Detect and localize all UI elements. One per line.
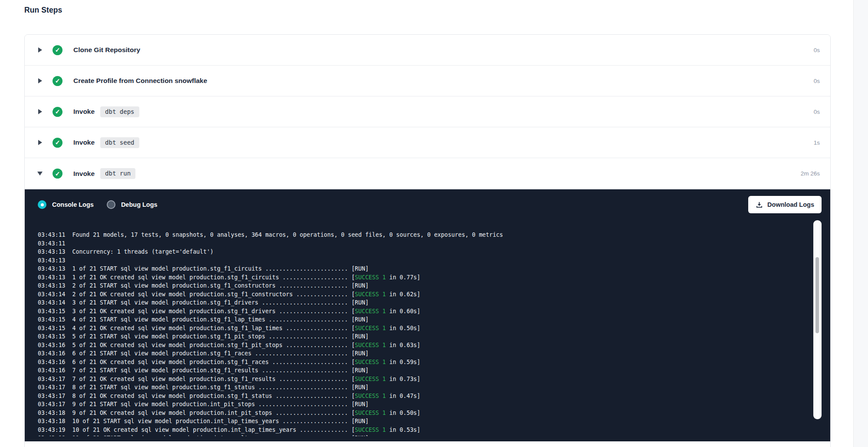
- step-duration: 2m 26s: [801, 170, 820, 177]
- step-command-badge: dbt deps: [100, 106, 139, 117]
- log-message: 2 of 21 OK created sql view model produc…: [72, 291, 348, 298]
- run-steps-card: ✓Clone Git Repository0s✓Create Profile f…: [24, 34, 831, 447]
- step-duration: 0s: [814, 47, 820, 53]
- log-line: 03:43:154 of 21 OK created sql view mode…: [38, 324, 804, 333]
- radio-icon-console-logs[interactable]: [38, 200, 46, 209]
- success-check-icon: ✓: [53, 45, 62, 55]
- log-status-success: SUCCESS 1: [355, 325, 386, 331]
- console-log-view[interactable]: 03:43:11Found 21 models, 17 tests, 0 sna…: [38, 218, 804, 436]
- step-row[interactable]: ✓Invokedbt seed1s: [25, 127, 830, 158]
- log-scrollbar-track[interactable]: [813, 220, 822, 419]
- log-line: 03:43:1910 of 21 OK created sql view mod…: [38, 426, 804, 434]
- step-row[interactable]: ✓Invokedbt run2m 26s: [25, 158, 830, 189]
- log-status-success: SUCCESS 1: [355, 410, 386, 416]
- log-message: 10 of 21 START sql view model production…: [72, 418, 348, 424]
- step-row[interactable]: ✓Invokedbt deps0s: [25, 96, 830, 127]
- log-message: 7 of 21 OK created sql view model produc…: [72, 376, 348, 382]
- log-timestamp: 03:43:16: [38, 342, 66, 348]
- log-message: 6 of 21 OK created sql view model produc…: [72, 359, 348, 365]
- log-timestamp: 03:43:17: [38, 376, 66, 382]
- chevron-right-icon[interactable]: [37, 139, 43, 146]
- step-row[interactable]: ✓Create Profile from Connection snowflak…: [25, 66, 830, 96]
- download-logs-label: Download Logs: [767, 201, 814, 208]
- radio-console-logs[interactable]: Console Logs: [38, 200, 94, 209]
- log-timestamp: 03:43:16: [38, 367, 66, 374]
- log-status-success: SUCCESS 1: [355, 342, 386, 348]
- chevron-right-icon[interactable]: [37, 77, 43, 85]
- log-status-success: SUCCESS 1: [355, 274, 386, 281]
- log-line: 03:43:179 of 21 START sql view model pro…: [38, 400, 804, 409]
- log-status: [SUCCESS 1 in 0.63s]: [348, 342, 421, 348]
- log-line: 03:43:154 of 21 START sql view model pro…: [38, 315, 804, 324]
- log-line: 03:43:131 of 21 OK created sql view mode…: [38, 273, 804, 282]
- steps-list: ✓Clone Git Repository0s✓Create Profile f…: [25, 35, 830, 189]
- log-line: 03:43:178 of 21 OK created sql view mode…: [38, 392, 804, 401]
- log-status: [RUN]: [348, 265, 369, 272]
- log-message: 7 of 21 START sql view model production.…: [72, 367, 348, 374]
- log-message: 4 of 21 START sql view model production.…: [72, 316, 348, 323]
- step-duration: 0s: [814, 109, 820, 115]
- log-line: 03:43:165 of 21 OK created sql view mode…: [38, 341, 804, 350]
- log-message: 6 of 21 START sql view model production.…: [72, 350, 348, 357]
- log-timestamp: 03:43:13: [38, 248, 66, 255]
- download-icon: [756, 201, 763, 209]
- page-right-gutter: [853, 0, 868, 447]
- log-message: 9 of 21 START sql view model production.…: [72, 401, 348, 407]
- log-timestamp: 03:43:17: [38, 401, 66, 407]
- log-message: 9 of 21 OK created sql view model produc…: [72, 410, 348, 416]
- console-panel: Console LogsDebug Logs Download Logs 03:…: [25, 189, 830, 441]
- log-timestamp: 03:43:14: [38, 299, 66, 306]
- log-status: [RUN]: [348, 316, 369, 323]
- log-status: [SUCCESS 1 in 0.50s]: [348, 410, 421, 416]
- log-status: [SUCCESS 1 in 0.50s]: [348, 325, 421, 331]
- log-message: 3 of 21 OK created sql view model produc…: [72, 308, 348, 315]
- chevron-right-icon[interactable]: [37, 108, 43, 116]
- log-status: [SUCCESS 1 in 0.62s]: [348, 291, 421, 298]
- log-timestamp: 03:43:14: [38, 291, 66, 298]
- log-scrollbar-thumb[interactable]: [815, 257, 819, 333]
- log-timestamp: 03:43:19: [38, 427, 66, 433]
- step-title: Clone Git Repository: [73, 46, 140, 54]
- log-message: 1 of 21 OK created sql view model produc…: [72, 274, 348, 281]
- log-status-success: SUCCESS 1: [355, 427, 386, 433]
- success-check-icon: ✓: [53, 107, 62, 117]
- radio-debug-logs[interactable]: Debug Logs: [107, 200, 158, 209]
- log-status: [RUN]: [348, 299, 369, 306]
- download-logs-button[interactable]: Download Logs: [748, 196, 822, 213]
- log-timestamp: 03:43:17: [38, 393, 66, 399]
- log-status: [SUCCESS 1 in 0.73s]: [348, 376, 421, 382]
- radio-icon-debug-logs[interactable]: [107, 200, 115, 209]
- log-timestamp: 03:43:17: [38, 384, 66, 391]
- log-message: 10 of 21 OK created sql view model produ…: [72, 427, 348, 433]
- log-timestamp: 03:43:11: [38, 232, 66, 238]
- log-line: 03:43:1911 of 21 START sql view model pr…: [38, 434, 804, 436]
- log-timestamp: 03:43:15: [38, 333, 66, 340]
- log-timestamp: 03:43:15: [38, 308, 66, 315]
- log-timestamp: 03:43:13: [38, 265, 66, 272]
- log-timestamp: 03:43:18: [38, 410, 66, 416]
- log-message: 8 of 21 START sql view model production.…: [72, 384, 348, 391]
- step-duration: 0s: [814, 78, 820, 84]
- step-row[interactable]: ✓Clone Git Repository0s: [25, 35, 830, 66]
- log-line: 03:43:153 of 21 OK created sql view mode…: [38, 307, 804, 316]
- log-timestamp: 03:43:13: [38, 282, 66, 289]
- radio-label-debug-logs: Debug Logs: [121, 201, 158, 208]
- chevron-right-icon[interactable]: [37, 46, 43, 54]
- log-status: [SUCCESS 1 in 0.59s]: [348, 359, 421, 365]
- log-status: [SUCCESS 1 in 0.60s]: [348, 308, 421, 315]
- step-title: Create Profile from Connection snowflake: [73, 77, 207, 85]
- log-line: 03:43:155 of 21 START sql view model pro…: [38, 332, 804, 341]
- log-status: [RUN]: [348, 333, 369, 340]
- log-timestamp: 03:43:15: [38, 325, 66, 331]
- log-timestamp: 03:43:16: [38, 359, 66, 365]
- step-title: Invoke: [73, 170, 95, 178]
- log-timestamp: 03:43:19: [38, 435, 66, 436]
- log-message: 11 of 21 START sql view model production…: [72, 435, 348, 436]
- log-status: [SUCCESS 1 in 0.77s]: [348, 274, 421, 281]
- chevron-down-icon[interactable]: [37, 170, 43, 178]
- step-title: Invoke: [73, 108, 95, 116]
- log-line: 03:43:142 of 21 OK created sql view mode…: [38, 290, 804, 299]
- log-timestamp: 03:43:18: [38, 418, 66, 424]
- log-line: 03:43:131 of 21 START sql view model pro…: [38, 265, 804, 273]
- log-line: 03:43:11Found 21 models, 17 tests, 0 sna…: [38, 231, 804, 239]
